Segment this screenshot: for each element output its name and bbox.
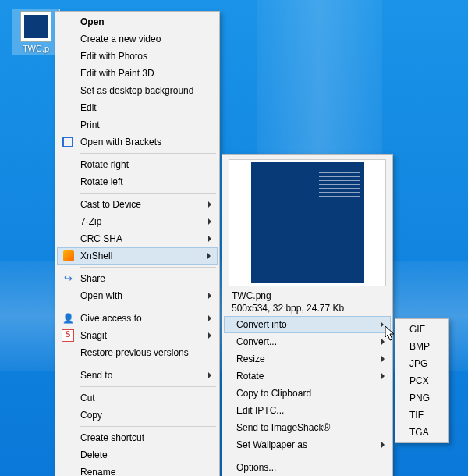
chevron-right-icon: [208, 332, 211, 339]
preview-image: [251, 162, 364, 283]
chevron-right-icon: [208, 201, 211, 208]
separator: [80, 307, 216, 307]
menu-7zip[interactable]: 7-Zip: [57, 213, 218, 230]
chevron-right-icon: [381, 321, 384, 328]
submenu-convert[interactable]: Convert...: [224, 333, 391, 350]
submenu-set-wallpaper[interactable]: Set Wallpaper as: [224, 436, 391, 453]
file-thumbnail-icon: [20, 11, 51, 42]
chevron-right-icon: [381, 373, 385, 379]
desktop-file-label: TWC.p: [14, 44, 58, 53]
menu-delete[interactable]: Delete: [57, 446, 218, 464]
menu-cast[interactable]: Cast to Device: [57, 196, 218, 213]
submenu-rotate[interactable]: Rotate: [224, 368, 391, 385]
format-tif[interactable]: TIF: [397, 407, 447, 424]
menu-rotate-right[interactable]: Rotate right: [57, 156, 218, 173]
xnshell-submenu: TWC.png 500x534, 32 bpp, 24.77 Kb Conver…: [222, 154, 393, 476]
chevron-right-icon: [208, 236, 211, 242]
context-menu: Open Create a new video Edit with Photos…: [55, 11, 220, 476]
chevron-right-icon: [381, 356, 385, 362]
menu-snagit[interactable]: S Snagit: [57, 327, 218, 344]
chevron-right-icon: [208, 372, 211, 378]
format-gif[interactable]: GIF: [397, 321, 447, 338]
menu-give-access[interactable]: 👤 Give access to: [57, 310, 218, 327]
menu-edit-paint3d[interactable]: Edit with Paint 3D: [57, 65, 218, 82]
chevron-right-icon: [208, 315, 211, 321]
brackets-icon: [62, 136, 74, 148]
submenu-options[interactable]: Options...: [224, 459, 391, 476]
separator: [80, 426, 216, 427]
chevron-right-icon: [208, 293, 211, 299]
separator: [80, 193, 216, 194]
format-png[interactable]: PNG: [397, 389, 447, 407]
separator: [80, 153, 216, 154]
submenu-edit-iptc[interactable]: Edit IPTC...: [224, 402, 391, 419]
menu-xnshell[interactable]: XnShell: [57, 247, 218, 265]
format-pcx[interactable]: PCX: [397, 372, 447, 389]
menu-rename[interactable]: Rename: [57, 464, 218, 476]
menu-open-with[interactable]: Open with: [57, 287, 218, 304]
give-access-icon: 👤: [62, 312, 74, 325]
menu-print[interactable]: Print: [57, 116, 218, 133]
menu-cut[interactable]: Cut: [57, 389, 218, 407]
share-icon: ↪: [62, 272, 74, 285]
desktop-file-icon[interactable]: TWC.p: [14, 11, 58, 53]
submenu-resize[interactable]: Resize: [224, 350, 391, 368]
chevron-right-icon: [207, 253, 211, 259]
submenu-imageshack[interactable]: Send to ImageShack®: [224, 419, 391, 436]
chevron-right-icon: [381, 339, 385, 345]
preview-fileinfo: 500x534, 32 bpp, 24.77 Kb: [232, 302, 386, 314]
menu-create-shortcut[interactable]: Create shortcut: [57, 429, 218, 446]
menu-restore-previous[interactable]: Restore previous versions: [57, 344, 218, 361]
separator: [80, 386, 216, 387]
chevron-right-icon: [381, 442, 385, 448]
format-tga[interactable]: TGA: [397, 424, 447, 441]
menu-crc-sha[interactable]: CRC SHA: [57, 230, 218, 247]
menu-rotate-left[interactable]: Rotate left: [57, 173, 218, 190]
separator: [229, 456, 389, 456]
separator: [80, 267, 216, 268]
preview-info: TWC.png 500x534, 32 bpp, 24.77 Kb: [232, 290, 386, 314]
preview-panel: [229, 159, 386, 286]
menu-send-to[interactable]: Send to: [57, 367, 218, 384]
menu-share[interactable]: ↪ Share: [57, 270, 218, 287]
chevron-right-icon: [208, 218, 211, 225]
preview-filename: TWC.png: [232, 290, 386, 302]
submenu-convert-into[interactable]: Convert into: [224, 316, 391, 333]
snagit-icon: S: [62, 329, 74, 342]
menu-edit-photos[interactable]: Edit with Photos: [57, 48, 218, 65]
menu-open-brackets[interactable]: Open with Brackets: [57, 133, 218, 151]
xnshell-icon: [62, 250, 75, 262]
separator: [80, 364, 216, 364]
convert-into-submenu: GIF BMP JPG PCX PNG TIF TGA: [395, 318, 449, 443]
menu-set-wallpaper[interactable]: Set as desktop background: [57, 82, 218, 99]
menu-edit[interactable]: Edit: [57, 99, 218, 116]
menu-copy[interactable]: Copy: [57, 407, 218, 424]
format-bmp[interactable]: BMP: [397, 338, 447, 355]
menu-create-video[interactable]: Create a new video: [57, 30, 218, 48]
format-jpg[interactable]: JPG: [397, 355, 447, 372]
menu-open[interactable]: Open: [57, 13, 218, 30]
submenu-copy-clipboard[interactable]: Copy to Clipboard: [224, 385, 391, 402]
